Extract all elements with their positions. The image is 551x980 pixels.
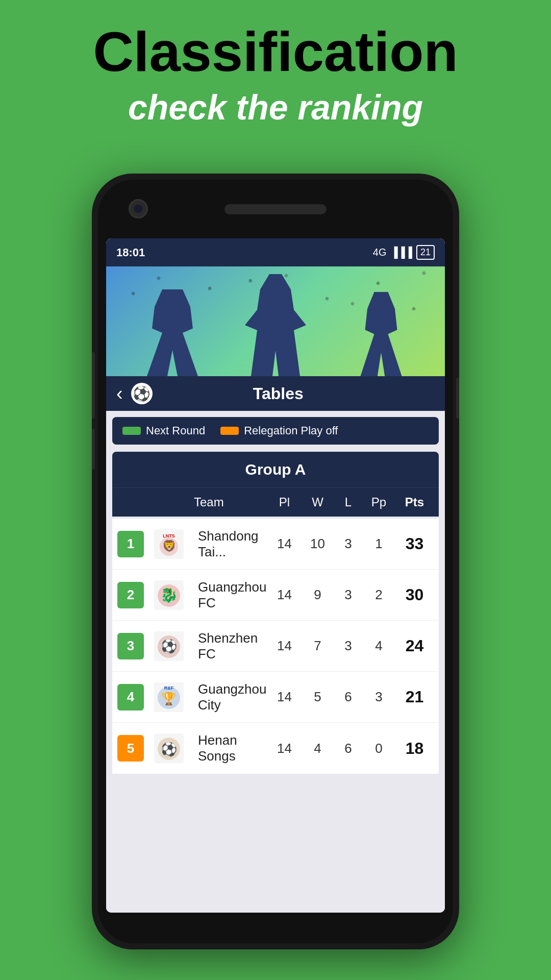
battery-icon: 21 — [416, 245, 435, 260]
svg-text:R&F: R&F — [164, 685, 174, 691]
l-3: 3 — [334, 638, 362, 654]
phone-frame: 18:01 4G ▐▐▐ 21 — [92, 174, 459, 949]
logo-cell: 🐉 — [153, 579, 194, 611]
nav-title: Tables — [163, 384, 394, 403]
legend-next-round-label: Next Round — [146, 424, 205, 437]
l-4: 6 — [334, 689, 362, 705]
svg-text:🏆: 🏆 — [161, 691, 177, 706]
l-1: 3 — [334, 536, 362, 552]
col-team-header: Team — [194, 495, 268, 509]
team-name-3: Shenzhen FC — [194, 630, 268, 662]
page-title: Classification — [0, 20, 551, 82]
rank-badge-1: 1 — [117, 531, 144, 557]
table-row[interactable]: 3 ⚽ Shenzhen FC 1 — [112, 621, 439, 672]
earpiece-speaker — [224, 204, 327, 214]
silhouette-center — [245, 274, 306, 376]
legend-orange-color — [220, 427, 239, 435]
pts-5: 18 — [395, 739, 434, 758]
table-row[interactable]: 5 ⚽ Henan Songs 1 — [112, 723, 439, 774]
pl-3: 14 — [268, 638, 301, 654]
legend-next-round: Next Round — [122, 424, 205, 437]
pl-2: 14 — [268, 587, 301, 603]
team-logo-shandong: LNTS 🦁 — [153, 528, 185, 560]
silhouette-left — [147, 289, 198, 376]
team-logo-guangzhou-city: R&F 🏆 — [153, 681, 185, 713]
logo-cell: ⚽ — [153, 630, 194, 662]
l-2: 3 — [334, 587, 362, 603]
front-camera — [129, 199, 148, 218]
rank-cell: 5 — [117, 735, 153, 762]
pts-4: 21 — [395, 688, 434, 706]
pp-4: 3 — [362, 689, 395, 705]
legend-bar: Next Round Relegation Play off — [112, 417, 439, 445]
pts-1: 33 — [395, 534, 434, 553]
rank-badge-4: 4 — [117, 684, 144, 710]
banner-image — [106, 266, 445, 376]
pl-4: 14 — [268, 689, 301, 705]
signal-bars-icon: ▐▐▐ — [390, 247, 412, 258]
volume-up-button — [92, 352, 95, 419]
logo-cell: R&F 🏆 — [153, 681, 194, 713]
team-logo-guangzhou: 🐉 — [153, 579, 185, 611]
team-name-4: Guangzhou City — [194, 681, 268, 713]
volume-down-button — [92, 429, 95, 470]
screen: 18:01 4G ▐▐▐ 21 — [106, 238, 445, 913]
l-5: 6 — [334, 741, 362, 756]
banner-silhouettes — [106, 266, 445, 376]
team-logo-shenzhen: ⚽ — [153, 630, 185, 662]
w-2: 9 — [301, 587, 334, 603]
phone-inner: 18:01 4G ▐▐▐ 21 — [98, 180, 453, 943]
rank-badge-5: 5 — [117, 735, 144, 762]
pl-5: 14 — [268, 741, 301, 756]
table-row[interactable]: 1 LNTS 🦁 S — [112, 519, 439, 570]
power-button — [456, 378, 459, 419]
group-header: Group A — [112, 452, 439, 487]
table-row[interactable]: 4 R&F 🏆 Gu — [112, 672, 439, 723]
pp-3: 4 — [362, 638, 395, 654]
rank-cell: 3 — [117, 633, 153, 659]
svg-text:🐉: 🐉 — [160, 586, 178, 603]
table-row[interactable]: 2 🐉 Guangzhou FC — [112, 570, 439, 621]
pp-2: 2 — [362, 587, 395, 603]
pp-5: 0 — [362, 741, 395, 756]
table-content-area[interactable]: Next Round Relegation Play off Group A — [106, 411, 445, 913]
legend-green-color — [122, 427, 141, 435]
rank-cell: 2 — [117, 582, 153, 608]
svg-text:⚽: ⚽ — [161, 741, 178, 757]
col-pts-header: Pts — [395, 495, 434, 509]
logo-cell: LNTS 🦁 — [153, 528, 194, 560]
header-section: Classification check the ranking — [0, 20, 551, 127]
team-name-1: Shandong Tai... — [194, 528, 268, 560]
status-time: 18:01 — [116, 246, 145, 259]
w-4: 5 — [301, 689, 334, 705]
svg-text:⚽: ⚽ — [161, 638, 178, 654]
navigation-bar: ‹ ⚽ Tables — [106, 376, 445, 411]
legend-relegation-label: Relegation Play off — [244, 424, 338, 437]
w-3: 7 — [301, 638, 334, 654]
pts-2: 30 — [395, 585, 434, 604]
col-pl-header: Pl — [268, 495, 301, 509]
pl-1: 14 — [268, 536, 301, 552]
rank-badge-3: 3 — [117, 633, 144, 659]
rank-cell: 4 — [117, 684, 153, 710]
logo-cell: ⚽ — [153, 732, 194, 764]
w-5: 4 — [301, 741, 334, 756]
status-bar: 18:01 4G ▐▐▐ 21 — [106, 238, 445, 266]
rank-badge-2: 2 — [117, 582, 144, 608]
silhouette-right — [358, 292, 404, 376]
back-button[interactable]: ‹ — [116, 383, 123, 405]
status-icons: 4G ▐▐▐ 21 — [373, 245, 435, 260]
col-pp-header: Pp — [362, 495, 395, 509]
w-1: 10 — [301, 536, 334, 552]
col-w-header: W — [301, 495, 334, 509]
soccer-ball-icon: ⚽ — [131, 383, 153, 404]
rank-cell: 1 — [117, 531, 153, 557]
team-name-5: Henan Songs — [194, 732, 268, 764]
legend-relegation: Relegation Play off — [220, 424, 338, 437]
page-subtitle: check the ranking — [0, 87, 551, 127]
col-l-header: L — [334, 495, 362, 509]
pp-1: 1 — [362, 536, 395, 552]
network-icon: 4G — [373, 247, 387, 258]
table-header-row: Team Pl W L Pp Pts — [112, 487, 439, 517]
svg-text:🦁: 🦁 — [162, 539, 177, 553]
